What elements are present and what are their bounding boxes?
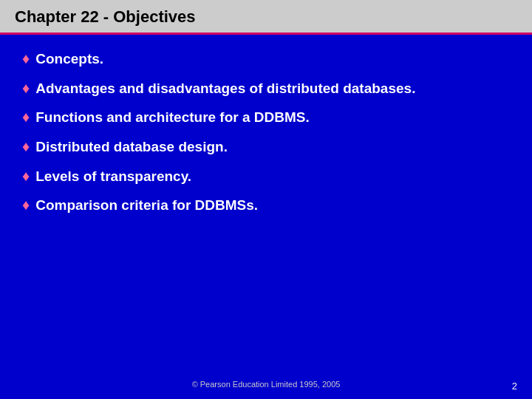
title-bar: Chapter 22 - Objectives — [0, 0, 532, 33]
list-item: ♦ Distributed database design. — [22, 137, 510, 157]
list-item: ♦ Comparison criteria for DDBMSs. — [22, 196, 510, 215]
bullet-icon: ♦ — [22, 80, 30, 97]
bullet-text: Levels of transparency. — [35, 167, 191, 186]
bullet-icon: ♦ — [22, 197, 30, 214]
slide-content: ♦ Concepts. ♦ Advantages and disadvantag… — [0, 35, 532, 371]
list-item: ♦ Advantages and disadvantages of distri… — [22, 79, 510, 98]
bullet-icon: ♦ — [22, 109, 30, 126]
bullet-icon: ♦ — [22, 138, 30, 155]
bullet-icon: ♦ — [22, 50, 30, 67]
copyright-text: © Pearson Education Limited 1995, 2005 — [192, 380, 341, 389]
list-item: ♦ Levels of transparency. — [22, 167, 510, 186]
slide-title: Chapter 22 - Objectives — [15, 7, 196, 26]
slide-footer: © Pearson Education Limited 1995, 2005 2 — [0, 371, 532, 399]
list-item: ♦ Concepts. — [22, 50, 510, 69]
page-number: 2 — [512, 381, 517, 392]
bullet-text: Comparison criteria for DDBMSs. — [35, 196, 258, 215]
bullet-text: Distributed database design. — [35, 137, 228, 157]
slide: Chapter 22 - Objectives ♦ Concepts. ♦ Ad… — [0, 0, 532, 399]
bullet-text: Advantages and disadvantages of distribu… — [35, 79, 415, 98]
list-item: ♦ Functions and architecture for a DDBMS… — [22, 108, 510, 127]
bullet-text: Concepts. — [35, 50, 103, 69]
bullet-text: Functions and architecture for a DDBMS. — [35, 108, 310, 127]
bullet-icon: ♦ — [22, 168, 30, 185]
